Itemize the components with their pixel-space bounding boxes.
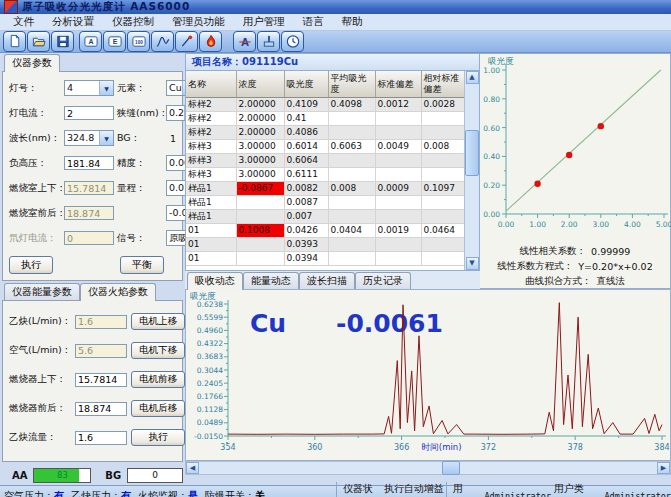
user-label: 用户： [453, 482, 481, 497]
menu-item-2[interactable]: 仪器控制 [103, 14, 163, 30]
table-row[interactable]: 010.0394 [186, 251, 466, 265]
motor-down-button[interactable]: 电机下移 [131, 342, 185, 359]
col-header-1[interactable]: 浓度 [236, 71, 284, 98]
menu-item-5[interactable]: 语言 [294, 14, 333, 30]
cell: 0.0082 [284, 181, 328, 195]
col-header-0[interactable]: 名称 [186, 71, 236, 98]
cell: 0.0087 [284, 195, 328, 209]
svg-text:1.00: 1.00 [529, 220, 546, 229]
neg-high-voltage-field[interactable] [64, 156, 114, 170]
cell: 2.00000 [236, 111, 284, 125]
open-folder-button[interactable] [27, 31, 50, 52]
air-field [75, 344, 127, 358]
chart-horizontal-scrollbar[interactable]: ◀ ▶ [185, 461, 671, 475]
motor-forward-button[interactable]: 电机前移 [131, 371, 185, 388]
energy-readout-row: AA 83 BG 0 [2, 465, 183, 485]
tab-instrument-params[interactable]: 仪器参数 [4, 54, 60, 72]
burner-button[interactable] [257, 31, 280, 52]
cell: 0.6063 [328, 139, 375, 153]
table-row[interactable]: 010.10080.04260.04040.00190.0464 [186, 223, 466, 237]
burner-fb-field[interactable] [75, 402, 127, 416]
execute-flame-button[interactable]: 执行 [131, 429, 185, 446]
table-row[interactable]: 标样33.000000.6111 [186, 167, 466, 181]
svg-text:354: 354 [220, 443, 235, 452]
balance-button[interactable]: 平衡 [120, 256, 164, 274]
acetylene-flow-label: 乙炔流量： [9, 431, 71, 444]
lamp-current-field[interactable] [64, 106, 114, 120]
col-header-5[interactable]: 相对标准偏差 [421, 71, 466, 98]
scroll-right-arrow-icon[interactable]: ▶ [657, 462, 670, 474]
table-row[interactable]: 标样22.000000.41090.40980.00120.0028 [186, 97, 466, 111]
svg-text:378: 378 [568, 443, 583, 452]
svg-text:384: 384 [654, 443, 669, 452]
svg-text:0.5599: 0.5599 [197, 313, 223, 322]
tab-dynamics-3[interactable]: 历史记录 [355, 272, 411, 289]
meter-e-button[interactable]: E [103, 31, 126, 52]
peak-scan-button[interactable] [151, 31, 174, 52]
table-row[interactable]: 样品10.0087 [186, 195, 466, 209]
status-flag-0: 空气压力：有 [4, 489, 64, 497]
table-vertical-scrollbar[interactable]: ▲ ▼ [464, 71, 479, 270]
wavelength-a-button[interactable]: A [233, 31, 256, 52]
motor-backward-button[interactable]: 电机后移 [131, 400, 185, 417]
cell: 0.0049 [375, 139, 421, 153]
hscroll-thumb[interactable] [442, 461, 460, 475]
tab-dynamics-1[interactable]: 能量动态 [243, 272, 299, 289]
wavelength-select[interactable]: 324.8▼ [64, 130, 114, 146]
svg-text:0.00: 0.00 [498, 220, 515, 229]
meter-100-button[interactable]: 100 [127, 31, 150, 52]
clock-button[interactable] [281, 31, 304, 52]
lamp-no-select[interactable]: 4▼ [64, 80, 114, 96]
acetylene-flow-field[interactable] [75, 431, 127, 445]
tab-instrument-energy[interactable]: 仪器能量参数 [4, 283, 80, 300]
table-row[interactable]: 标样22.000000.4086 [186, 125, 466, 139]
scroll-up-arrow-icon[interactable]: ▲ [466, 71, 479, 84]
menu-item-1[interactable]: 分析设置 [43, 14, 103, 30]
instrument-status-value: 执行自动增益完毕! [384, 482, 446, 497]
cell: 3.00000 [236, 139, 284, 153]
col-header-3[interactable]: 平均吸光度 [328, 71, 375, 98]
svg-text:0.4322: 0.4322 [197, 339, 223, 348]
meter-a-button[interactable]: A [79, 31, 102, 52]
scroll-left-arrow-icon[interactable]: ◀ [186, 462, 199, 474]
signal-lever-button[interactable] [175, 31, 198, 52]
col-header-4[interactable]: 标准偏差 [375, 71, 421, 98]
burner-updown-label: 燃烧室上下： [9, 182, 61, 195]
flame-row: 燃烧器上下：电机前移 [9, 367, 178, 392]
scroll-down-arrow-icon[interactable]: ▼ [466, 257, 479, 270]
save-button[interactable] [51, 31, 74, 52]
table-row[interactable]: 样品10.007 [186, 209, 466, 223]
status-flag-label: 乙炔压力： [71, 490, 121, 497]
table-row[interactable]: 标样33.000000.60140.60630.00490.008 [186, 139, 466, 153]
burner-ud-field[interactable] [75, 373, 127, 387]
new-file-button[interactable] [3, 31, 26, 52]
tab-dynamics-2[interactable]: 波长扫描 [299, 272, 355, 289]
cell [236, 237, 284, 251]
menu-item-3[interactable]: 管理员功能 [163, 14, 234, 30]
table-row[interactable]: 标样22.000000.41 [186, 111, 466, 125]
cell: 0.6014 [284, 139, 328, 153]
scroll-thumb[interactable] [465, 130, 479, 176]
right-area: 项目名称： 091119Cu 名称浓度吸光度平均吸光度标准偏差相对标准偏差 标样… [185, 53, 671, 485]
motor-up-button[interactable]: 电机上移 [131, 313, 185, 330]
flame-button[interactable] [199, 31, 222, 52]
chevron-down-icon[interactable]: ▼ [99, 131, 113, 145]
chevron-down-icon[interactable]: ▼ [99, 81, 113, 95]
wavelength-a-icon: A [237, 34, 253, 49]
param-row: 波长(nm)：324.8▼BG：1 [9, 127, 178, 149]
table-row[interactable]: 标样33.000000.6064 [186, 153, 466, 167]
menu-item-0[interactable]: 文件 [4, 14, 43, 30]
table-row[interactable]: 010.0393 [186, 237, 466, 251]
meter-e-icon: E [107, 34, 123, 49]
col-header-2[interactable]: 吸光度 [284, 71, 328, 98]
d2-lamp-current-label: 氘灯电流： [9, 232, 61, 245]
param-row: 灯号：4▼元素：Cu▼ [9, 77, 178, 99]
tab-instrument-flame[interactable]: 仪器火焰参数 [80, 283, 156, 301]
cell [421, 237, 466, 251]
table-row[interactable]: 样品1-0.08670.00820.0080.00090.1097 [186, 181, 466, 195]
execute-button[interactable]: 执行 [9, 256, 53, 274]
tab-dynamics-0[interactable]: 吸收动态 [187, 272, 243, 290]
range-high-label: 量程： [117, 182, 163, 195]
menu-item-4[interactable]: 用户管理 [234, 14, 294, 30]
menu-item-6[interactable]: 帮助 [333, 14, 372, 30]
